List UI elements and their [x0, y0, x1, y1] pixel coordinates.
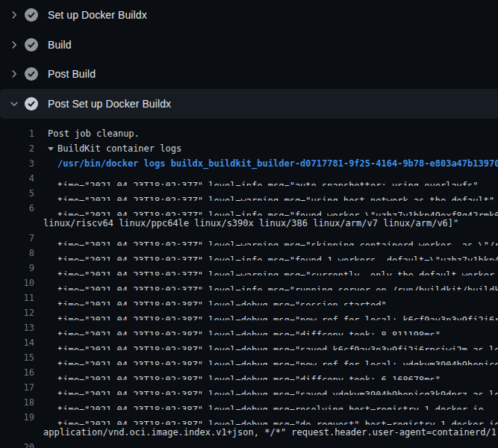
log-line-text: time="2021-04-23T18:02:37Z" level=info m… [57, 181, 479, 186]
log-line: 20time="2021-04-23T18:02:38Z" level=debu… [0, 440, 498, 448]
log-line-text: application/vnd.oci.image.index.v1+json,… [43, 427, 498, 438]
log-line-text: time="2021-04-23T18:02:37Z" level=warnin… [57, 240, 498, 246]
log-line-number[interactable]: 20 [0, 440, 34, 448]
log-line[interactable]: 2BuildKit container logs [0, 141, 498, 156]
log-line: 1Post job cleanup. [0, 126, 498, 141]
log-line-text: time="2021-04-23T18:02:37Z" level=info m… [57, 211, 498, 216]
log-line-number[interactable]: 5 [0, 186, 34, 201]
log-line-number[interactable]: 8 [0, 246, 34, 261]
log-line: 18time="2021-04-23T18:02:38Z" level=debu… [0, 395, 498, 410]
step-row-build[interactable]: Build [0, 30, 498, 60]
log-line-text: time="2021-04-23T18:02:37Z" level=warnin… [57, 196, 494, 201]
check-circle-icon [25, 8, 38, 22]
log-line-text: time="2021-04-23T18:02:38Z" level=debug … [57, 345, 498, 350]
step-row-post-build[interactable]: Post Build [0, 59, 498, 89]
check-circle-icon [25, 38, 38, 52]
log-line-continuation: application/vnd.oci.image.index.v1+json,… [0, 425, 498, 440]
log-line: 16time="2021-04-23T18:02:38Z" level=debu… [0, 365, 498, 380]
log-line-number[interactable]: 15 [0, 350, 34, 365]
chevron-right-icon [9, 10, 19, 20]
step-row-set-up-docker-buildx[interactable]: Set up Docker Buildx [0, 0, 498, 30]
log-line-text: time="2021-04-23T18:02:38Z" level=debug … [57, 315, 498, 320]
log-line-number[interactable]: 10 [0, 276, 34, 290]
log-line: 11time="2021-04-23T18:02:38Z" level=debu… [0, 290, 498, 305]
log-line-number[interactable]: 19 [0, 410, 34, 425]
log-line-number[interactable]: 14 [0, 335, 34, 350]
log-line-continuation: linux/riscv64 linux/ppc64le linux/s390x … [0, 216, 498, 231]
log-line: 9time="2021-04-23T18:02:37Z" level=warni… [0, 261, 498, 276]
chevron-down-icon [9, 99, 19, 109]
log-line: 15time="2021-04-23T18:02:38Z" level=debu… [0, 350, 498, 365]
log-line-text: time="2021-04-23T18:02:38Z" level=debug … [57, 420, 498, 425]
log-line: 14time="2021-04-23T18:02:38Z" level=debu… [0, 335, 498, 350]
log-line-text: time="2021-04-23T18:02:38Z" level=debug … [57, 405, 484, 410]
log-line-number[interactable]: 2 [0, 141, 34, 156]
log-line-text: time="2021-04-23T18:02:38Z" level=debug … [57, 300, 387, 305]
step-row-post-set-up-docker-buildx[interactable]: Post Set up Docker Buildx [0, 89, 498, 119]
log-line: 4time="2021-04-23T18:02:37Z" level=info … [0, 171, 498, 186]
chevron-right-icon [9, 40, 19, 50]
log-line-text: time="2021-04-23T18:02:38Z" level=debug … [57, 330, 441, 335]
workflow-log-panel: Set up Docker BuildxBuildPost BuildPost … [0, 0, 498, 448]
log-line: 5time="2021-04-23T18:02:37Z" level=warni… [0, 186, 498, 201]
log-line-number[interactable]: 6 [0, 201, 34, 216]
log-line-number[interactable]: 9 [0, 261, 34, 276]
log-line-text: BuildKit container logs [57, 143, 181, 154]
log-line-number[interactable]: 17 [0, 380, 34, 395]
log-line: 3/usr/bin/docker logs buildx_buildkit_bu… [0, 156, 498, 171]
log-line: 12time="2021-04-23T18:02:38Z" level=debu… [0, 305, 498, 320]
log-line-number[interactable]: 12 [0, 305, 34, 320]
log-line-number[interactable]: 11 [0, 290, 34, 305]
log-line: 13time="2021-04-23T18:02:38Z" level=debu… [0, 320, 498, 335]
log-line-number[interactable]: 18 [0, 395, 34, 410]
log-line-number[interactable]: 7 [0, 231, 34, 246]
log-line-text: Post job cleanup. [48, 128, 140, 139]
log-line-text: time="2021-04-23T18:02:37Z" level=info m… [57, 255, 498, 261]
log-line: 6time="2021-04-23T18:02:37Z" level=info … [0, 201, 498, 216]
log-line-text: time="2021-04-23T18:02:38Z" level=debug … [57, 375, 441, 380]
log-line-text: time="2021-04-23T18:02:37Z" level=info m… [57, 285, 498, 290]
check-circle-icon [25, 97, 38, 111]
log-line-text: time="2021-04-23T18:02:38Z" level=debug … [57, 360, 498, 365]
log-line-number[interactable]: 3 [0, 156, 34, 171]
log-line: 7time="2021-04-23T18:02:37Z" level=warni… [0, 231, 498, 246]
log-line-text: time="2021-04-23T18:02:37Z" level=warnin… [57, 270, 498, 276]
log-line-text: linux/riscv64 linux/ppc64le linux/s390x … [43, 218, 458, 228]
group-expander-triangle-icon[interactable] [48, 147, 54, 151]
step-label: Post Set up Docker Buildx [48, 98, 171, 110]
log-line-number[interactable]: 13 [0, 320, 34, 335]
step-label: Post Build [48, 68, 96, 80]
log-line-number[interactable]: 16 [0, 365, 34, 380]
step-label: Build [48, 39, 72, 51]
chevron-right-icon [9, 69, 19, 79]
log-viewer: 1Post job cleanup.2BuildKit container lo… [0, 119, 498, 448]
log-line: 8time="2021-04-23T18:02:37Z" level=info … [0, 246, 498, 261]
check-circle-icon [25, 67, 38, 81]
log-command-text: /usr/bin/docker logs buildx_buildkit_bui… [57, 158, 498, 169]
log-line: 10time="2021-04-23T18:02:37Z" level=info… [0, 276, 498, 290]
step-label: Set up Docker Buildx [48, 9, 147, 21]
log-line: 19time="2021-04-23T18:02:38Z" level=debu… [0, 410, 498, 425]
log-line-text: time="2021-04-23T18:02:38Z" level=debug … [57, 390, 498, 395]
log-line: 17time="2021-04-23T18:02:38Z" level=debu… [0, 380, 498, 395]
log-line-number[interactable]: 4 [0, 171, 34, 186]
log-line-number[interactable]: 1 [0, 126, 34, 141]
step-list: Set up Docker BuildxBuildPost BuildPost … [0, 0, 498, 119]
